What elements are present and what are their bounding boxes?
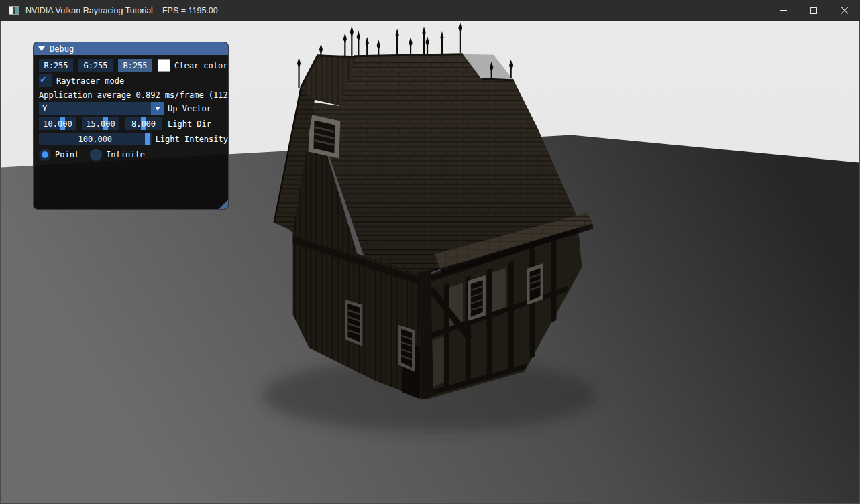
collapse-arrow-icon[interactable] (38, 46, 45, 51)
light-dir-z-value: 8.000 (131, 119, 156, 129)
window-title: NVIDIA Vulkan Raytracing Tutorial (25, 6, 153, 15)
slider-grab[interactable] (145, 133, 150, 145)
light-dir-row: 10.000 15.000 8.000 Light Dir (39, 117, 228, 130)
light-dir-x-slider[interactable]: 10.000 (39, 117, 76, 130)
stats-row: Application average 0.892 ms/frame (1120 (39, 90, 228, 100)
color-b-button[interactable]: B:255 (118, 59, 152, 72)
frame-stats-text: Application average 0.892 ms/frame (1120 (39, 90, 229, 100)
light-dir-y-value: 15.000 (86, 119, 115, 129)
maximize-icon (810, 7, 817, 14)
light-type-row: Point Infinite (39, 148, 228, 161)
check-icon: ✔ (40, 73, 46, 85)
light-dir-y-slider[interactable]: 15.000 (82, 117, 119, 130)
color-r-button[interactable]: R:255 (39, 59, 73, 72)
left-wall-window-1 (345, 300, 362, 346)
os-titlebar[interactable]: NVIDIA Vulkan Raytracing Tutorial FPS = … (0, 0, 860, 21)
light-dir-label: Light Dir (168, 119, 211, 129)
light-intensity-label: Light Intensity (156, 135, 228, 144)
render-viewport[interactable]: Debug R:255 G:255 B:255 Clear color ✔ Ra… (0, 21, 860, 504)
right-wall-window-1 (468, 275, 486, 321)
app-window: NVIDIA Vulkan Raytracing Tutorial FPS = … (0, 0, 860, 504)
color-g-button[interactable]: G:255 (78, 59, 113, 72)
infinite-light-label: Infinite (106, 150, 145, 160)
raytracer-label: Raytracer mode (56, 76, 124, 86)
chevron-down-icon[interactable] (151, 102, 164, 115)
fps-counter: FPS = 1195.00 (162, 6, 218, 15)
clear-color-swatch[interactable] (158, 59, 170, 72)
close-icon (841, 7, 849, 15)
raytracer-checkbox[interactable]: ✔ (39, 74, 52, 87)
point-light-radio[interactable] (39, 149, 51, 161)
clear-color-row: R:255 G:255 B:255 Clear color (39, 59, 228, 72)
up-vector-combo[interactable]: Y (39, 102, 164, 115)
point-light-label: Point (55, 150, 79, 160)
app-icon (9, 6, 19, 15)
debug-panel-title: Debug (50, 44, 74, 54)
right-wall-window-2 (527, 263, 543, 305)
debug-panel-titlebar[interactable]: Debug (34, 42, 228, 55)
up-vector-value: Y (42, 104, 47, 113)
light-dir-x-value: 10.000 (43, 119, 72, 129)
up-vector-row: Y Up Vector (39, 102, 228, 115)
clear-color-label: Clear color (174, 61, 227, 70)
up-vector-label: Up Vector (168, 104, 211, 113)
infinite-light-radio[interactable] (90, 149, 102, 161)
left-wall-window-2 (398, 325, 415, 372)
debug-panel[interactable]: Debug R:255 G:255 B:255 Clear color ✔ Ra… (33, 42, 229, 210)
light-intensity-row: 100.000 Light Intensity (39, 133, 228, 145)
minimize-button[interactable] (767, 0, 798, 21)
light-intensity-value: 100.000 (78, 135, 113, 144)
light-intensity-slider[interactable]: 100.000 (39, 133, 152, 145)
raytracer-row: ✔ Raytracer mode (39, 74, 228, 87)
minimize-icon (780, 10, 787, 11)
debug-panel-body: R:255 G:255 B:255 Clear color ✔ Raytrace… (34, 55, 228, 161)
maximize-button[interactable] (798, 0, 829, 21)
resize-grip[interactable] (219, 200, 228, 209)
light-dir-z-slider[interactable]: 8.000 (125, 117, 162, 130)
close-button[interactable] (829, 0, 860, 21)
attic-vent-window (309, 115, 341, 159)
